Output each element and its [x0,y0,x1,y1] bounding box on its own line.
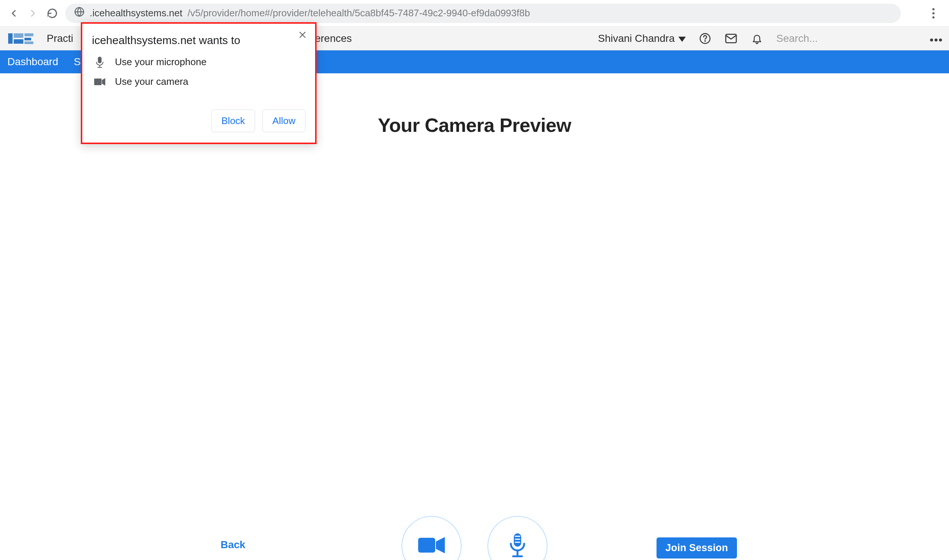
mail-icon[interactable] [724,32,738,45]
permission-actions: Block Allow [92,110,306,132]
svg-point-17 [939,38,942,42]
url-host: .icehealthsystems.net [90,8,182,19]
search-input[interactable] [776,32,910,45]
app-logo[interactable] [8,31,34,46]
svg-marker-19 [436,537,445,553]
caret-down-icon [678,32,686,45]
svg-rect-6 [14,33,23,38]
subnav-second[interactable]: S [74,56,81,68]
svg-point-4 [932,16,935,18]
url-path: /v5/provider/home#/provider/telehealth/5… [188,8,530,19]
permission-mic-label: Use your microphone [115,56,207,68]
help-icon[interactable] [698,32,712,45]
permission-row-camera: Use your camera [92,76,306,88]
svg-point-2 [932,8,935,10]
microphone-icon [508,532,527,560]
svg-rect-5 [8,33,12,44]
back-button[interactable]: Back [221,539,245,551]
svg-rect-31 [94,78,102,85]
svg-rect-20 [514,533,521,547]
browser-forward-button[interactable] [27,7,39,20]
allow-button[interactable]: Allow [262,110,306,132]
browser-url-bar[interactable]: .icehealthsystems.net/v5/provider/home#/… [65,4,901,23]
nav-practice[interactable]: Practi [47,32,73,45]
permission-cam-label: Use your camera [115,76,188,88]
camera-toggle-button[interactable] [401,516,461,560]
svg-point-13 [705,40,705,41]
header-more-button[interactable] [930,32,942,45]
browser-reload-button[interactable] [46,7,59,20]
controls-row: Back [0,516,949,560]
camera-icon [417,534,446,558]
svg-rect-7 [14,39,23,44]
microphone-toggle-button[interactable] [488,516,548,560]
bell-icon[interactable] [750,32,764,45]
svg-rect-10 [25,42,33,44]
svg-point-15 [930,38,933,42]
permission-prompt-text: icehealthsystems.net wants to [92,34,306,47]
subnav-dashboard[interactable]: Dashboard [8,56,58,68]
camera-icon [94,76,105,88]
media-toggle-group [401,516,548,560]
browser-back-button[interactable] [8,7,20,20]
svg-rect-9 [25,38,31,40]
permission-dialog: icehealthsystems.net wants to Use your m… [81,22,316,144]
browser-menu-button[interactable] [925,5,941,22]
permission-row-microphone: Use your microphone [92,56,306,68]
svg-marker-32 [102,78,105,86]
svg-point-3 [932,12,935,14]
svg-marker-11 [678,37,686,42]
block-button[interactable]: Block [211,110,255,132]
svg-rect-28 [98,57,102,63]
user-name: Shivani Chandra [598,32,675,45]
close-icon[interactable] [298,30,307,41]
svg-point-16 [935,38,938,42]
globe-icon [74,7,85,20]
microphone-icon [94,57,105,68]
join-session-button[interactable]: Join Session [656,537,737,558]
svg-rect-18 [418,538,435,552]
svg-rect-8 [25,33,33,36]
user-menu[interactable]: Shivani Chandra [598,32,686,45]
